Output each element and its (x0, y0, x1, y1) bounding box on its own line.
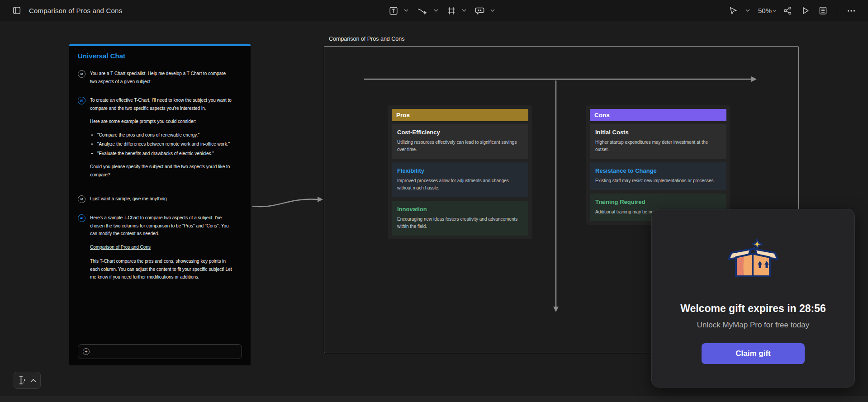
card-title: Resistance to Change (595, 167, 721, 174)
chevron-down-icon (434, 9, 438, 12)
tchart-result-link[interactable]: Comparison of Pros and Cons (90, 243, 151, 251)
frame-label[interactable]: Comparison of Pros and Cons (329, 36, 404, 42)
chat-to-frame-connector (252, 199, 318, 207)
notes-button[interactable] (816, 4, 830, 17)
chevron-up-icon (30, 378, 36, 383)
share-icon (783, 6, 792, 15)
connector-tool-button[interactable] (415, 4, 430, 18)
card-title: Flexibility (397, 167, 523, 174)
connector-tool-icon (417, 6, 428, 16)
ai-avatar: AI (78, 214, 85, 222)
chevron-down-icon (404, 9, 408, 12)
ai-text-cursor-icon (18, 375, 27, 385)
cons-card-resistance-to-change[interactable]: Resistance to Change Existing staff may … (590, 162, 726, 190)
chat-paragraph: Here's a sample T-Chart to compare two a… (90, 214, 234, 238)
chat-paragraph: Could you please specify the subject and… (90, 163, 234, 179)
pros-column[interactable]: Pros Cost-Efficiency Utilizing resources… (388, 105, 532, 239)
claim-gift-button[interactable]: Claim gift (702, 343, 805, 364)
chevron-down-icon (490, 9, 495, 12)
share-button[interactable] (781, 4, 794, 17)
panel-toggle-icon (12, 5, 22, 15)
gift-box-icon (725, 238, 782, 279)
chat-list-item: "Evaluate the benefits and drawbacks of … (97, 150, 234, 158)
cons-column[interactable]: Cons Initial Costs Higher startup expend… (586, 105, 730, 225)
connector-tool-dropdown[interactable] (434, 9, 438, 12)
frame-tool-icon (446, 6, 456, 16)
text-tool-button[interactable] (387, 4, 400, 18)
card-description: Higher startup expenditures may deter in… (595, 139, 721, 153)
card-description: Existing staff may resist new implementa… (595, 177, 721, 184)
comment-tool-button[interactable] (473, 4, 487, 18)
pointer-tool-button[interactable] (726, 4, 740, 18)
document-list-icon (818, 6, 828, 15)
app-window: Comparison of Pros and Cons (0, 0, 868, 402)
pros-column-header[interactable]: Pros (392, 109, 528, 121)
cons-card-initial-costs[interactable]: Initial Costs Higher startup expenditure… (590, 124, 726, 159)
text-tool-dropdown[interactable] (404, 9, 408, 12)
canvas-bottom-edge (0, 396, 868, 402)
card-title: Cost-Efficiency (397, 129, 523, 136)
toolbar-divider (837, 6, 837, 16)
cons-column-header[interactable]: Cons (590, 109, 726, 121)
frame-tool-button[interactable] (445, 4, 458, 18)
present-button[interactable] (799, 4, 812, 17)
chevron-down-icon (462, 9, 466, 12)
panel-toggle-button[interactable] (10, 4, 24, 17)
comment-tool-dropdown[interactable] (490, 9, 495, 12)
chat-paragraph: This T-Chart compares the pros and cons,… (90, 257, 234, 281)
chat-message-user-2: M I just want a sample, give me anything (78, 195, 242, 203)
welcome-gift-popup: Welcome gift expires in 28:56 Unlock MyM… (651, 209, 855, 388)
pointer-tool-dropdown[interactable] (745, 9, 750, 12)
card-description: Encouraging new ideas fosters creativity… (397, 216, 523, 230)
ai-avatar: AI (78, 97, 85, 104)
chat-message-text: I just want a sample, give me anything (90, 195, 234, 203)
chat-list-item: "Analyze the differences between remote … (97, 140, 234, 148)
pointer-cursor-icon (728, 6, 738, 16)
comment-tool-icon (474, 6, 485, 16)
card-title: Initial Costs (595, 129, 721, 136)
pros-card-cost-efficiency[interactable]: Cost-Efficiency Utilizing resources effe… (392, 124, 528, 159)
gift-popup-subtitle: Unlock MyMap Pro for free today (697, 321, 809, 330)
universal-chat-panel[interactable]: Universal Chat M You are a T-Chart speci… (69, 44, 251, 365)
card-description: Improved processes allow for adjustments… (397, 177, 523, 192)
top-toolbar: Comparison of Pros and Cons (0, 0, 868, 21)
connector-arrowhead (318, 197, 323, 202)
pros-card-flexibility[interactable]: Flexibility Improved processes allow for… (392, 162, 528, 197)
frame-tool-dropdown[interactable] (462, 9, 466, 12)
ai-text-widget-toggle[interactable] (14, 372, 41, 389)
chat-input[interactable] (93, 349, 237, 355)
more-options-button[interactable] (844, 4, 858, 18)
zoom-level-value: 50% (758, 7, 772, 14)
user-avatar: M (78, 195, 85, 203)
chat-example-list: "Compare the pros and cons of renewable … (90, 131, 234, 158)
chat-panel-title: Universal Chat (78, 52, 242, 60)
card-description: Utilizing resources effectively can lead… (397, 139, 523, 153)
chat-message-ai-1: AI To create an effective T-Chart, I'll … (78, 96, 242, 184)
chat-list-item: "Compare the pros and cons of renewable … (97, 131, 234, 139)
pros-card-innovation[interactable]: Innovation Encouraging new ideas fosters… (392, 201, 528, 236)
chat-paragraph: To create an effective T-Chart, I'll nee… (90, 96, 234, 112)
user-avatar: M (78, 70, 85, 78)
play-icon (801, 6, 810, 15)
chat-paragraph: Here are some example prompts you could … (90, 118, 234, 126)
chat-message-ai-2: AI Here's a sample T-Chart to compare tw… (78, 214, 242, 287)
ellipsis-icon (846, 6, 856, 16)
gift-popup-title: Welcome gift expires in 28:56 (680, 303, 826, 315)
chat-input-container[interactable]: + (78, 344, 242, 359)
chat-message-text: You are a T-Chart specialist. Help me de… (90, 70, 234, 85)
zoom-level-control[interactable]: 50% (758, 7, 777, 14)
attach-plus-icon[interactable]: + (83, 348, 90, 355)
text-tool-icon (389, 6, 398, 16)
chevron-down-icon (745, 9, 750, 12)
chat-message-user-1: M You are a T-Chart specialist. Help me … (78, 70, 242, 85)
card-title: Training Required (595, 199, 721, 205)
document-title: Comparison of Pros and Cons (29, 7, 122, 14)
chevron-down-icon (773, 9, 777, 12)
card-title: Innovation (397, 206, 523, 213)
